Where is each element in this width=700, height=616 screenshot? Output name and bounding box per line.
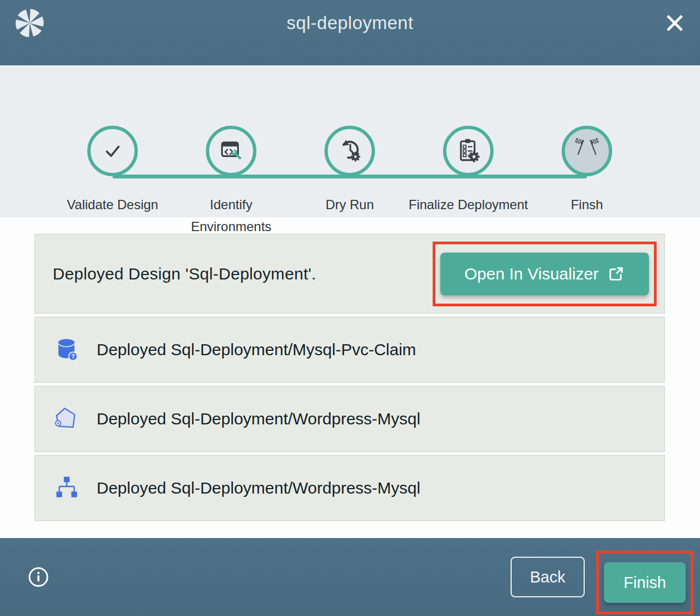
deployment-results: Deployed Design 'Sql-Deployment'. Open I… [0, 217, 700, 538]
step-circle [443, 126, 494, 176]
result-row-text: Deployed Sql-Deployment/Mysql-Pvc-Claim [97, 340, 416, 359]
back-button[interactable]: Back [511, 557, 585, 597]
result-row-wordpress-mysql-2: Deployed Sql-Deployment/Wordpress-Mysql [35, 455, 665, 521]
deploy-summary-row: Deployed Design 'Sql-Deployment'. Open I… [35, 234, 665, 313]
close-button[interactable] [664, 12, 686, 34]
open-in-visualizer-button[interactable]: Open In Visualizer [440, 253, 649, 295]
finish-button[interactable]: Finish [604, 562, 686, 603]
result-row-text: Deployed Sql-Deployment/Wordpress-Mysql [97, 479, 421, 497]
step-label: Finalize Deployment [408, 194, 529, 216]
deploy-summary-text: Deployed Design 'Sql-Deployment'. [53, 265, 316, 283]
clipboard-gear-icon [455, 137, 482, 165]
step-identify-environments: Identify Environments [171, 65, 292, 238]
step-dry-run: Dry Run [289, 65, 410, 216]
deployment-wizard-dialog: sql-deployment Validate Design [0, 0, 700, 616]
external-link-icon [607, 265, 625, 283]
workload-tree-icon [53, 474, 80, 502]
step-circle [562, 126, 612, 176]
step-validate-design: Validate Design [52, 65, 173, 216]
dry-run-sync-gear-icon [336, 137, 363, 165]
finish-flags-icon [570, 134, 604, 168]
step-label: Dry Run [289, 194, 410, 216]
svg-text:?: ? [71, 353, 75, 360]
highlight-box-finish: Finish [596, 551, 693, 614]
dialog-title: sql-deployment [0, 13, 700, 33]
highlight-box-visualizer: Open In Visualizer [433, 242, 657, 306]
step-label: Finsh [527, 194, 647, 216]
open-in-visualizer-label: Open In Visualizer [464, 265, 599, 283]
step-label: Identify Environments [171, 194, 292, 238]
database-icon: ? [53, 336, 80, 363]
result-row-mysql-pvc-claim: ? Deployed Sql-Deployment/Mysql-Pvc-Clai… [35, 317, 665, 383]
result-row-wordpress-mysql-1: Deployed Sql-Deployment/Wordpress-Mysql [35, 386, 665, 452]
check-icon [99, 137, 126, 165]
step-finish: Finsh [527, 65, 647, 216]
step-circle [206, 126, 256, 176]
wizard-stepper: Validate Design Identify Environment [0, 65, 700, 217]
step-circle [324, 126, 375, 176]
result-row-text: Deployed Sql-Deployment/Wordpress-Mysql [97, 410, 421, 428]
dialog-footer: Back Finish [0, 538, 700, 616]
pentagon-shape-icon [53, 405, 80, 433]
info-button[interactable] [27, 566, 49, 588]
close-x-icon [665, 13, 685, 33]
step-label: Validate Design [52, 194, 173, 216]
info-icon [27, 566, 49, 588]
step-circle [87, 126, 138, 176]
step-finalize-deployment: Finalize Deployment [408, 65, 529, 216]
dialog-header: sql-deployment [0, 0, 700, 65]
code-wrench-icon [217, 137, 245, 165]
